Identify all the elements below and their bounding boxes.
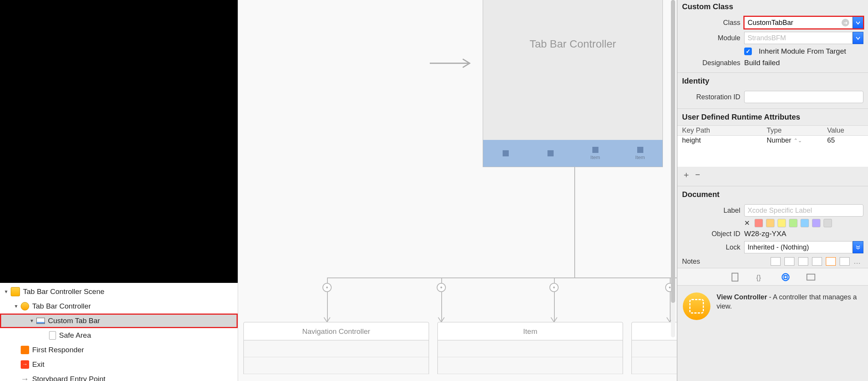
color-chip[interactable] [824,219,832,227]
child-scene-item[interactable]: Item [437,322,623,374]
code-snippet-tab[interactable]: {} [755,272,765,282]
svg-text:{}: {} [756,274,761,281]
library-item-vc[interactable]: View Controller - A controller that mana… [677,286,868,327]
module-combo[interactable]: StrandsBFM [744,32,863,44]
entry-point-row[interactable]: → Storyboard Entry Point [0,372,238,381]
disclosure-icon[interactable] [13,303,19,309]
clear-color-icon[interactable]: ✕ [744,219,750,227]
svg-rect-10 [807,274,815,280]
text-color-icon[interactable] [826,257,836,266]
module-dropdown-button[interactable] [853,32,863,44]
segue-joint-icon[interactable] [549,283,559,292]
object-id-value: W28-zg-YXA [744,230,863,238]
svg-rect-6 [732,273,738,281]
tab-slot[interactable] [528,140,573,167]
first-responder-row[interactable]: First Responder [0,343,238,357]
safearea-icon [49,331,56,340]
notes-label: Notes [682,258,700,266]
scene-row[interactable]: Tab Bar Controller Scene [0,284,238,299]
vc-row[interactable]: Tab Bar Controller [0,299,238,314]
class-dropdown-button[interactable] [853,16,863,29]
segue-joint-icon[interactable] [322,283,332,292]
object-library-tab[interactable] [781,272,791,282]
document-outline: Tab Bar Controller Scene Tab Bar Control… [0,0,238,381]
lock-dropdown-button[interactable] [853,241,863,253]
custom-tabbar-label: Custom Tab Bar [48,317,100,325]
col-keypath: Key Path [682,126,767,135]
color-chip[interactable] [755,219,763,227]
color-chip[interactable] [801,219,809,227]
tab-slot[interactable]: Item [618,140,663,167]
document-header: Document [677,188,868,203]
exit-row[interactable]: Exit [0,357,238,372]
svg-point-2 [441,287,442,289]
tab-icon [503,150,509,156]
align-left-icon[interactable] [771,257,781,266]
entry-arrow-icon: → [21,374,29,381]
tab-slot[interactable] [483,140,528,167]
jump-icon[interactable]: ➜ [842,19,849,26]
tabbar-controller-scene[interactable]: Tab Bar Controller Item Item [483,0,663,167]
align-right-icon[interactable] [798,257,808,266]
svg-point-8 [782,274,789,281]
first-responder-icon [21,346,29,354]
col-value: Value [827,126,863,135]
label-color-chips[interactable]: ✕ [677,218,868,228]
stepper-icon[interactable]: ⌃⌄ [794,138,802,143]
color-chip[interactable] [812,219,820,227]
segue-arrow-icon [430,57,476,69]
object-id-label: Object ID [682,230,740,238]
lock-combo[interactable]: Inherited - (Nothing) [744,241,863,253]
vc-label: Tab Bar Controller [32,302,91,310]
align-justify-icon[interactable] [812,257,822,266]
color-chip[interactable] [778,219,786,227]
child-scene-title: Item [437,322,623,340]
child-scene-partial[interactable] [631,322,677,374]
doc-label-field[interactable]: Xcode Specific Label [744,204,863,217]
entry-label: Storyboard Entry Point [32,375,105,381]
doc-label-label: Label [682,207,740,215]
designables-value: Build failed [744,59,863,67]
media-library-tab[interactable] [806,272,816,282]
file-template-tab[interactable] [730,272,740,282]
safe-area-row[interactable]: Safe Area [0,328,238,343]
class-input[interactable] [748,19,839,27]
add-attr-button[interactable]: ＋ [682,170,690,179]
svg-point-4 [669,287,671,289]
runtime-attrs-header: User Defined Runtime Attributes [677,110,868,125]
tab-icon [637,147,643,153]
custom-tabbar-row[interactable]: Custom Tab Bar [0,314,238,328]
font-icon[interactable] [840,257,850,266]
storyboard-canvas[interactable]: Tab Bar Controller Item Item Navigation … [238,0,677,381]
custom-class-header: Custom Class [677,0,868,15]
runtime-attr-row[interactable]: height Number⌃⌄ 65 [677,136,868,145]
restoration-id-label: Restoration ID [682,93,740,101]
tabbar-icon [36,318,45,324]
tab-slot[interactable]: Item [573,140,618,167]
lock-label: Lock [682,243,740,251]
exit-label: Exit [32,360,44,369]
align-center-icon[interactable] [784,257,794,266]
disclosure-icon[interactable] [29,318,35,324]
segue-joint-icon[interactable] [437,283,446,292]
canvas-scrollbar[interactable] [671,0,675,337]
svg-point-3 [553,287,555,289]
color-chip[interactable] [766,219,774,227]
restoration-id-field[interactable] [744,91,863,103]
tab-icon [592,147,598,153]
color-chip[interactable] [789,219,797,227]
svg-point-1 [326,287,328,289]
class-combo[interactable]: ➜ [744,16,863,29]
disclosure-icon[interactable] [3,289,9,295]
first-responder-label: First Responder [32,346,84,354]
svg-rect-9 [784,276,787,279]
tab-icon [547,150,554,156]
scene-label: Tab Bar Controller Scene [23,287,104,296]
tab-bar[interactable]: Item Item [483,140,663,167]
remove-attr-button[interactable]: − [695,170,700,179]
child-scene-nav[interactable]: Navigation Controller [243,322,429,374]
identity-inspector: Custom Class Class ➜ Module StrandsBFM I… [677,0,868,381]
inherit-module-checkbox[interactable] [744,48,752,55]
runtime-attrs-table[interactable]: Key Path Type Value height Number⌃⌄ 65 [677,125,868,167]
vc-icon [21,302,29,310]
